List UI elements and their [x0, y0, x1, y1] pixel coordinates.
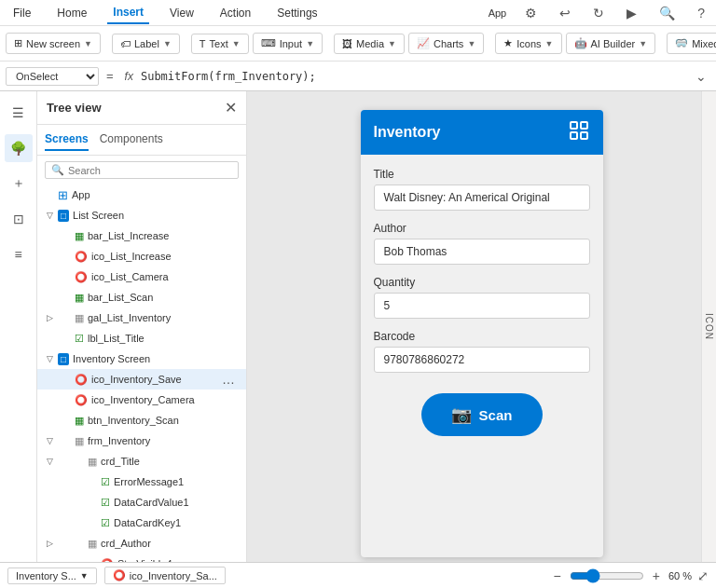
label-button[interactable]: 🏷 Label ▼ — [112, 34, 180, 54]
tree-item-btn-inventory-scan[interactable]: ▦ btn_Inventory_Scan — [37, 410, 246, 431]
scan-button[interactable]: 📷 Scan — [421, 393, 543, 436]
menu-insert[interactable]: Insert — [107, 2, 149, 24]
btn-scan-label: btn_Inventory_Scan — [88, 415, 239, 426]
status-screen-selector[interactable]: Inventory S... ▼ — [7, 567, 97, 584]
ai-builder-label: AI Builder — [591, 38, 636, 49]
icons-button[interactable]: ★ Icons ▼ — [495, 33, 561, 54]
svg-rect-0 — [571, 122, 577, 129]
tree-item-bar-list-increase[interactable]: ▦ bar_List_Increase — [37, 226, 246, 246]
tree-item-star-visible4[interactable]: ⭕ StarVisible4 — [37, 554, 246, 562]
tree-item-crd-author[interactable]: ▷ ▦ crd_Author — [37, 533, 246, 554]
menu-home[interactable]: Home — [51, 3, 92, 23]
toolbar-right-icon1[interactable]: ⚙ — [521, 6, 541, 21]
dck1-label: DataCardKey1 — [114, 517, 239, 528]
ico-save-label: ico_Inventory_Save — [91, 374, 214, 385]
label-chevron: ▼ — [163, 39, 172, 48]
menu-settings[interactable]: Settings — [271, 3, 323, 23]
tree-item-ico-inventory-camera[interactable]: ⭕ ico_Inventory_Camera — [37, 390, 246, 410]
list-screen-icon: □ — [58, 210, 69, 222]
crd-author-icon: ▦ — [88, 538, 97, 550]
crd-title-expand: ▽ — [45, 457, 54, 466]
app-label: App — [489, 7, 507, 19]
inv-screen-expand: ▽ — [45, 354, 54, 363]
zoom-slider[interactable] — [570, 568, 644, 583]
scan-label: Scan — [479, 407, 513, 423]
formula-selector[interactable]: OnSelect — [6, 67, 99, 86]
status-minus-btn[interactable]: − — [551, 568, 564, 583]
status-plus-btn[interactable]: + — [650, 568, 663, 583]
field-quantity-value[interactable]: 5 — [374, 293, 590, 319]
rail-icon-plus[interactable]: ＋ — [5, 170, 33, 198]
tree-item-ico-inventory-save[interactable]: ⭕ ico_Inventory_Save … — [37, 369, 246, 390]
input-chevron: ▼ — [306, 39, 314, 48]
icon-rail: ☰ 🌳 ＋ ⊡ ≡ — [0, 91, 37, 562]
text-button[interactable]: T Text ▼ — [191, 34, 249, 54]
tree-item-data-card-key1[interactable]: ☑ DataCardKey1 — [37, 513, 246, 533]
menu-view[interactable]: View — [164, 3, 200, 23]
tree-item-bar-list-scan[interactable]: ▦ bar_List_Scan — [37, 287, 246, 308]
tab-components[interactable]: Components — [100, 129, 163, 151]
tree-item-error-message1[interactable]: ☑ ErrorMessage1 — [37, 472, 246, 492]
menu-action[interactable]: Action — [214, 3, 256, 23]
formula-expand-icon[interactable]: ⌄ — [692, 69, 710, 84]
inv-screen-label: Inventory Screen — [73, 353, 239, 364]
tree-item-data-card-value1[interactable]: ☑ DataCardValue1 — [37, 492, 246, 513]
rail-icon-tree[interactable]: 🌳 — [5, 134, 33, 162]
tree-item-app[interactable]: ⊞ App — [37, 185, 246, 205]
new-screen-button[interactable]: ⊞ New screen ▼ — [6, 33, 101, 54]
status-screen-name: Inventory S... — [16, 570, 76, 581]
ico-save-more[interactable]: … — [218, 372, 239, 387]
toolbar-right-undo[interactable]: ↩ — [556, 6, 574, 21]
field-barcode-value[interactable]: 9780786860272 — [374, 347, 590, 373]
toolbar-right-play[interactable]: ▶ — [623, 6, 640, 21]
bar-increase-label: bar_List_Increase — [88, 230, 239, 241]
field-barcode: Barcode 9780786860272 — [374, 330, 590, 373]
ico-increase-icon: ⭕ — [75, 251, 88, 263]
field-title-value[interactable]: Walt Disney: An Americal Original — [374, 185, 590, 211]
ico-camera-icon: ⭕ — [75, 271, 88, 283]
charts-button[interactable]: 📈 Charts ▼ — [408, 33, 484, 54]
sidebar: Tree view ✕ Screens Components 🔍 ⊞ App ▽… — [37, 91, 247, 562]
text-icon: T — [200, 38, 206, 49]
mixed-reality-button[interactable]: 🥽 Mixed Reality ▼ — [667, 33, 716, 54]
rail-icon-menu[interactable]: ☰ — [5, 99, 33, 127]
menu-file[interactable]: File — [7, 3, 36, 23]
field-author-value[interactable]: Bob Thomas — [374, 239, 590, 265]
lbl-title-icon: ☑ — [75, 333, 84, 345]
tree-item-ico-list-camera[interactable]: ⭕ ico_List_Camera — [37, 267, 246, 287]
sidebar-header: Tree view ✕ — [37, 91, 246, 125]
rail-icon-data[interactable]: ⊡ — [5, 205, 33, 233]
toolbar-right-help[interactable]: ? — [694, 6, 709, 21]
frm-icon: ▦ — [75, 435, 84, 447]
tree-item-ico-list-increase[interactable]: ⭕ ico_List_Increase — [37, 246, 246, 267]
app-header-icon[interactable] — [568, 119, 590, 146]
tree-item-inventory-screen[interactable]: ▽ □ Inventory Screen — [37, 349, 246, 369]
ico-inv-camera-label: ico_Inventory_Camera — [91, 394, 239, 405]
err1-label: ErrorMessage1 — [114, 476, 239, 487]
right-panel-handle[interactable]: ICON — [701, 91, 716, 562]
toolbar-right-search[interactable]: 🔍 — [655, 6, 679, 21]
crd-author-expand: ▷ — [45, 539, 54, 548]
expand-button[interactable]: ⤢ — [697, 568, 709, 583]
formula-input[interactable] — [141, 70, 688, 83]
svg-rect-1 — [581, 122, 587, 129]
svg-rect-2 — [571, 132, 577, 139]
tree-item-crd-title[interactable]: ▽ ▦ crd_Title — [37, 451, 246, 472]
rail-icon-vars[interactable]: ≡ — [5, 240, 33, 268]
tab-screens[interactable]: Screens — [45, 129, 89, 151]
media-button[interactable]: 🖼 Media ▼ — [334, 34, 405, 54]
gal-list-icon: ▦ — [75, 312, 84, 324]
status-icon-selector[interactable]: ⭕ ico_Inventory_Sa... — [104, 567, 226, 584]
inv-screen-icon: □ — [58, 353, 69, 365]
tree-item-list-screen[interactable]: ▽ □ List Screen — [37, 205, 246, 226]
tree-item-lbl-list-title[interactable]: ☑ lbl_List_Title — [37, 328, 246, 349]
toolbar-right-redo[interactable]: ↻ — [589, 6, 608, 21]
tree-item-frm-inventory[interactable]: ▽ ▦ frm_Inventory — [37, 431, 246, 451]
search-input[interactable] — [68, 165, 232, 176]
tree-item-gal-list-inventory[interactable]: ▷ ▦ gal_List_Inventory — [37, 308, 246, 328]
status-icon-glyph: ⭕ — [113, 569, 126, 581]
sidebar-close-button[interactable]: ✕ — [225, 99, 237, 116]
input-button[interactable]: ⌨ Input ▼ — [253, 33, 323, 54]
ai-builder-button[interactable]: 🤖 AI Builder ▼ — [566, 33, 656, 54]
status-icon-name: ico_Inventory_Sa... — [130, 570, 217, 581]
